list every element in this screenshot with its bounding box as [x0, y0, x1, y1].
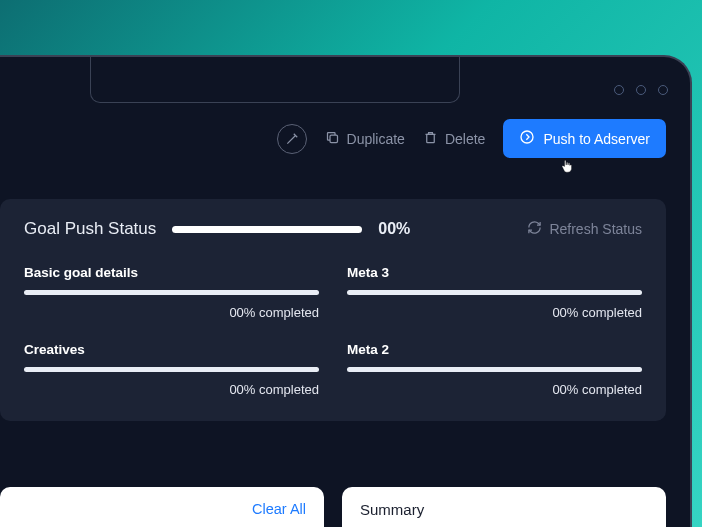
arrow-right-circle-icon	[519, 129, 535, 148]
sub-progress-bar	[24, 290, 319, 295]
sub-status-title: Creatives	[24, 342, 319, 357]
trash-icon	[423, 130, 438, 148]
overall-progress-bar	[172, 226, 362, 233]
sub-status-grid: Basic goal details 00% completed Meta 3 …	[24, 265, 642, 397]
sub-status-title: Meta 2	[347, 342, 642, 357]
sub-status-item: Meta 3 00% completed	[347, 265, 642, 320]
summary-title: Summary	[360, 501, 424, 518]
top-search-well[interactable]	[90, 55, 460, 103]
panel-header: Goal Push Status 00% Refresh Status	[24, 219, 642, 239]
sub-progress-bar	[347, 290, 642, 295]
goal-push-status-panel: Goal Push Status 00% Refresh Status Basi…	[0, 199, 666, 421]
app-window: Duplicate Delete Push to Adserver G	[0, 55, 692, 527]
cursor-pointer-icon	[559, 158, 574, 179]
duplicate-button[interactable]: Duplicate	[325, 130, 405, 148]
summary-card: Summary	[342, 487, 666, 527]
delete-label: Delete	[445, 131, 485, 147]
traffic-dot	[614, 85, 624, 95]
svg-rect-1	[427, 134, 435, 142]
bottom-cards-row: Clear All Summary	[0, 487, 666, 527]
filters-card: Clear All	[0, 487, 324, 527]
action-toolbar: Duplicate Delete Push to Adserver	[277, 119, 666, 158]
sub-status-item: Creatives 00% completed	[24, 342, 319, 397]
sub-status-title: Meta 3	[347, 265, 642, 280]
traffic-dot	[636, 85, 646, 95]
push-to-adserver-button[interactable]: Push to Adserver	[503, 119, 666, 158]
sub-completed-text: 00% completed	[24, 382, 319, 397]
sub-completed-text: 00% completed	[24, 305, 319, 320]
sub-status-title: Basic goal details	[24, 265, 319, 280]
refresh-label: Refresh Status	[549, 221, 642, 237]
clear-all-button[interactable]: Clear All	[252, 501, 306, 517]
sub-completed-text: 00% completed	[347, 305, 642, 320]
wand-icon[interactable]	[277, 124, 307, 154]
sub-status-item: Basic goal details 00% completed	[24, 265, 319, 320]
svg-rect-0	[330, 135, 338, 143]
svg-point-2	[521, 131, 533, 143]
sub-completed-text: 00% completed	[347, 382, 642, 397]
traffic-dot	[658, 85, 668, 95]
window-traffic-dots	[614, 85, 668, 95]
copy-icon	[325, 130, 340, 148]
refresh-status-button[interactable]: Refresh Status	[527, 220, 642, 238]
push-label: Push to Adserver	[543, 131, 650, 147]
duplicate-label: Duplicate	[347, 131, 405, 147]
sub-progress-bar	[24, 367, 319, 372]
delete-button[interactable]: Delete	[423, 130, 485, 148]
overall-progress-percent: 00%	[378, 220, 410, 238]
sub-progress-bar	[347, 367, 642, 372]
refresh-icon	[527, 220, 542, 238]
panel-title: Goal Push Status	[24, 219, 156, 239]
sub-status-item: Meta 2 00% completed	[347, 342, 642, 397]
